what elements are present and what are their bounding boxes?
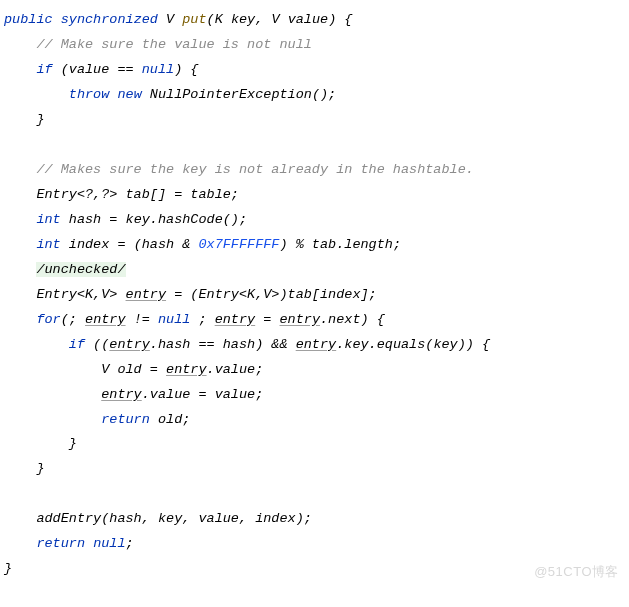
param-key: key <box>231 12 255 27</box>
kw-if: if <box>36 62 52 77</box>
txt: index = (hash & <box>61 237 199 252</box>
kw-sync: synchronized <box>61 12 158 27</box>
kw-int: int <box>36 212 60 227</box>
type-v: V <box>166 12 174 27</box>
var-entry: entry <box>109 337 150 352</box>
txt: ) % tab. <box>279 237 344 252</box>
line-9: hash = key.hashCode(); <box>61 212 247 227</box>
var-entry: entry <box>296 337 337 352</box>
txt: .hash == hash) && <box>150 337 296 352</box>
kw-return: return <box>101 412 150 427</box>
line-8: Entry<?,?> tab[] = table; <box>36 187 239 202</box>
var-entry: entry <box>126 287 167 302</box>
txt: .value = value; <box>142 387 264 402</box>
txt: .key.equals(key)) { <box>336 337 490 352</box>
var-entry: entry <box>85 312 126 327</box>
txt: Entry<K,V> <box>36 287 125 302</box>
brace: } <box>69 436 77 451</box>
txt: != <box>126 312 158 327</box>
comment-2: // Makes sure the key is not already in … <box>36 162 473 177</box>
kw-throw: throw <box>69 87 110 102</box>
class-npe: NullPointerException <box>150 87 312 102</box>
type-v2: V <box>271 12 279 27</box>
kw-int2: int <box>36 237 60 252</box>
comment-1: // Make sure the value is not null <box>36 37 311 52</box>
var-entry: entry <box>166 362 207 377</box>
txt: = (Entry<K,V>)tab[index]; <box>166 287 377 302</box>
type-k: K <box>215 12 223 27</box>
kw-if2: if <box>69 337 85 352</box>
var-entry: entry <box>101 387 142 402</box>
brace: } <box>4 561 12 576</box>
txt: ) { <box>174 62 198 77</box>
txt: ; <box>190 312 214 327</box>
var-entry: entry <box>280 312 321 327</box>
brace: } <box>36 112 44 127</box>
kw-null: null <box>158 312 190 327</box>
hex: 0x7FFFFFFF <box>198 237 279 252</box>
cond: (value == <box>61 62 142 77</box>
txt: old; <box>150 412 191 427</box>
watermark: @51CTO博客 <box>534 560 619 584</box>
kw-null: null <box>142 62 174 77</box>
txt: ; <box>393 237 401 252</box>
len: length <box>344 237 393 252</box>
txt: = <box>255 312 279 327</box>
txt: .next) { <box>320 312 385 327</box>
kw-for: for <box>36 312 60 327</box>
line-addentry: addEntry(hash, key, value, index); <box>36 511 311 526</box>
kw-public: public <box>4 12 53 27</box>
kw-return2: return <box>36 536 85 551</box>
txt: (; <box>61 312 85 327</box>
var-entry: entry <box>215 312 256 327</box>
param-value: value <box>288 12 329 27</box>
brace: } <box>36 461 44 476</box>
code-block: public synchronized V put(K key, V value… <box>4 8 625 582</box>
txt: .value; <box>207 362 264 377</box>
method-put: put <box>182 12 206 27</box>
txt: V old = <box>101 362 166 377</box>
kw-new: new <box>117 87 141 102</box>
unchecked: /unchecked/ <box>36 262 125 277</box>
kw-null2: null <box>93 536 125 551</box>
txt: (( <box>85 337 109 352</box>
